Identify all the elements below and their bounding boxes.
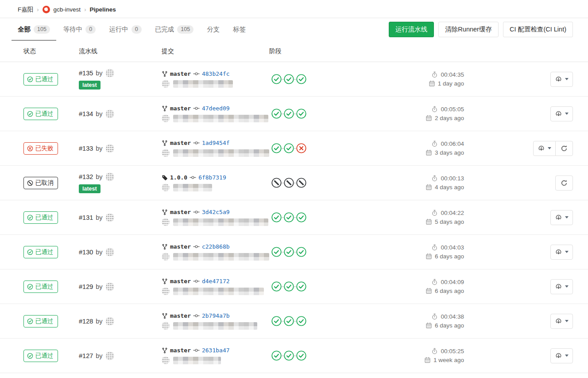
pipeline-id-link[interactable]: #132	[79, 173, 93, 180]
tab-pending[interactable]: 等待中0	[63, 18, 96, 41]
ref-link[interactable]: master	[170, 105, 191, 112]
pipeline-id-link[interactable]: #134	[79, 110, 93, 117]
tab-branches[interactable]: 分支	[207, 18, 220, 41]
commit-author-avatar[interactable]	[162, 114, 170, 122]
download-artifacts-button[interactable]	[550, 106, 573, 121]
retry-pipeline-button[interactable]	[555, 175, 573, 191]
commit-sha-link[interactable]: c22b868b	[202, 243, 230, 250]
stage-passed-icon[interactable]	[271, 281, 282, 292]
status-badge-passed[interactable]: 已通过	[23, 350, 58, 362]
ref-link[interactable]: master	[170, 312, 191, 319]
pipeline-id-link[interactable]: #127	[79, 352, 93, 359]
ref-link[interactable]: master	[170, 243, 191, 250]
breadcrumb-group-link[interactable]: F嘉阳	[18, 6, 33, 14]
trigger-user-avatar[interactable]	[105, 282, 114, 291]
commit-author-avatar[interactable]	[162, 322, 170, 330]
trigger-user-avatar[interactable]	[105, 172, 114, 181]
stage-passed-icon[interactable]	[284, 247, 294, 257]
status-badge-passed[interactable]: 已通过	[23, 315, 58, 327]
commit-author-avatar[interactable]	[162, 80, 170, 88]
commit-author-avatar[interactable]	[162, 287, 170, 295]
status-badge-canceled[interactable]: 已取消	[23, 177, 58, 189]
stage-passed-icon[interactable]	[284, 351, 294, 361]
commit-sha-link[interactable]: 1ad9454f	[202, 140, 230, 146]
stage-passed-icon[interactable]	[271, 74, 282, 84]
pipeline-id-link[interactable]: #129	[79, 283, 93, 290]
stage-canceled-icon[interactable]	[271, 178, 282, 188]
stage-passed-icon[interactable]	[271, 212, 282, 222]
stage-passed-icon[interactable]	[271, 316, 282, 326]
ref-link[interactable]: master	[170, 278, 191, 284]
trigger-user-avatar[interactable]	[105, 109, 114, 118]
ref-link[interactable]: master	[170, 347, 191, 354]
commit-sha-link[interactable]: 483b24fc	[202, 70, 230, 77]
download-artifacts-button[interactable]	[550, 314, 573, 329]
stage-passed-icon[interactable]	[271, 109, 282, 119]
stage-passed-icon[interactable]	[271, 351, 282, 361]
download-artifacts-button[interactable]	[550, 210, 573, 225]
commit-author-avatar[interactable]	[162, 253, 170, 261]
stage-passed-icon[interactable]	[296, 74, 306, 84]
trigger-user-avatar[interactable]	[105, 351, 114, 360]
download-artifacts-button[interactable]	[550, 72, 573, 87]
stage-passed-icon[interactable]	[271, 247, 282, 257]
tab-finished[interactable]: 已完成105	[155, 18, 193, 41]
download-artifacts-button[interactable]	[533, 141, 556, 156]
ref-link[interactable]: master	[170, 140, 191, 146]
ci-lint-button[interactable]: CI 配置检查(CI Lint)	[503, 22, 573, 37]
download-artifacts-button[interactable]	[550, 348, 573, 363]
commit-author-avatar[interactable]	[162, 218, 170, 226]
pipeline-id-link[interactable]: #131	[79, 214, 93, 221]
stage-passed-icon[interactable]	[296, 316, 306, 326]
trigger-user-avatar[interactable]	[105, 248, 114, 257]
run-pipeline-button[interactable]: 运行流水线	[389, 22, 434, 37]
pipeline-id-link[interactable]: #128	[79, 318, 93, 325]
tab-running[interactable]: 运行中0	[109, 18, 141, 41]
stage-passed-icon[interactable]	[271, 143, 282, 153]
status-badge-failed[interactable]: 已失败	[23, 142, 58, 155]
trigger-user-avatar[interactable]	[105, 144, 114, 153]
commit-sha-link[interactable]: 6f8b7319	[198, 174, 226, 181]
commit-sha-link[interactable]: 2631ba47	[202, 347, 230, 354]
ref-link[interactable]: master	[170, 70, 191, 77]
download-artifacts-button[interactable]	[550, 279, 573, 294]
retry-pipeline-button[interactable]	[555, 141, 573, 156]
stage-passed-icon[interactable]	[296, 212, 306, 222]
commit-author-avatar[interactable]	[162, 183, 170, 191]
breadcrumb-project-link[interactable]: gcb-invest	[54, 6, 81, 13]
tab-tags[interactable]: 标签	[233, 18, 246, 41]
stage-passed-icon[interactable]	[284, 281, 294, 292]
trigger-user-avatar[interactable]	[105, 317, 114, 326]
stage-passed-icon[interactable]	[284, 74, 294, 84]
ref-link[interactable]: 1.0.0	[170, 174, 187, 181]
commit-sha-link[interactable]: 47deed09	[202, 105, 230, 112]
stage-passed-icon[interactable]	[296, 351, 306, 361]
stage-passed-icon[interactable]	[284, 109, 294, 119]
ref-link[interactable]: master	[170, 209, 191, 215]
tab-all[interactable]: 全部105	[18, 18, 50, 41]
status-badge-passed[interactable]: 已通过	[23, 73, 58, 86]
stage-passed-icon[interactable]	[296, 247, 306, 257]
stage-passed-icon[interactable]	[284, 143, 294, 153]
status-badge-passed[interactable]: 已通过	[23, 281, 58, 293]
stage-passed-icon[interactable]	[284, 316, 294, 326]
stage-passed-icon[interactable]	[296, 109, 306, 119]
trigger-user-avatar[interactable]	[105, 213, 114, 222]
status-badge-passed[interactable]: 已通过	[23, 108, 58, 120]
status-badge-passed[interactable]: 已通过	[23, 246, 58, 258]
stage-canceled-icon[interactable]	[284, 178, 294, 188]
stage-passed-icon[interactable]	[284, 212, 294, 222]
stage-canceled-icon[interactable]	[296, 178, 306, 188]
pipeline-id-link[interactable]: #133	[79, 145, 93, 152]
commit-sha-link[interactable]: d4e47172	[202, 278, 230, 284]
clear-runner-cache-button[interactable]: 清除Runner缓存	[438, 22, 499, 37]
commit-sha-link[interactable]: 3d42c5a9	[202, 209, 230, 215]
trigger-user-avatar[interactable]	[105, 69, 114, 78]
pipeline-id-link[interactable]: #135	[79, 70, 93, 77]
pipeline-id-link[interactable]: #130	[79, 249, 93, 256]
commit-author-avatar[interactable]	[162, 149, 170, 157]
download-artifacts-button[interactable]	[550, 245, 573, 260]
status-badge-passed[interactable]: 已通过	[23, 211, 58, 224]
stage-passed-icon[interactable]	[296, 281, 306, 292]
commit-sha-link[interactable]: 2b794a7b	[202, 312, 230, 319]
